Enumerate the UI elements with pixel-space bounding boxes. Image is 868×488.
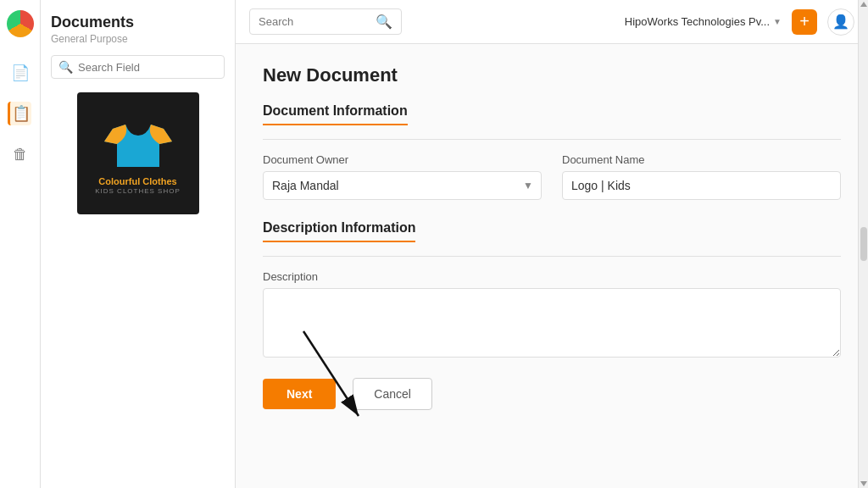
sidebar-search-icon: 🔍: [58, 60, 73, 74]
main-area: 🔍 HipoWorks Technologies Pv... ▼ + 👤 New…: [236, 0, 868, 488]
doc-info-row: Document Owner Raja Mandal ▼ Document Na…: [263, 153, 841, 200]
doc-info-section: Document Information Document Owner Raja…: [263, 103, 841, 200]
desc-info-section-title: Description Information: [263, 220, 415, 242]
thumbnail-subtitle: KIDS CLOTHES SHOP: [95, 187, 181, 195]
doc-owner-label: Document Owner: [263, 153, 542, 166]
icon-rail: 📄 📋 🗑: [0, 0, 41, 488]
scrollbar[interactable]: [858, 0, 868, 488]
doc-owner-select[interactable]: Raja Mandal: [263, 171, 542, 200]
nav-trash[interactable]: 🗑: [8, 142, 32, 166]
add-button[interactable]: +: [792, 9, 817, 35]
thumbnail-title: Colourful Clothes: [98, 176, 176, 187]
sidebar-subtitle: General Purpose: [51, 33, 225, 45]
desc-info-section: Description Information Description: [263, 220, 841, 358]
desc-label: Description: [263, 270, 841, 283]
doc-name-label: Document Name: [562, 153, 841, 166]
tshirt-illustration: [96, 112, 181, 171]
user-button[interactable]: 👤: [827, 8, 854, 36]
cancel-button[interactable]: Cancel: [353, 378, 432, 410]
topbar-search-icon: 🔍: [376, 14, 392, 30]
doc-info-section-title: Document Information: [263, 103, 408, 125]
next-button[interactable]: Next: [263, 379, 336, 409]
company-name: HipoWorks Technologies Pv... ▼: [625, 15, 782, 28]
topbar-search-bar[interactable]: 🔍: [249, 8, 402, 35]
sidebar: Documents General Purpose 🔍 Colourful Cl…: [41, 0, 236, 488]
nav-document[interactable]: 📄: [8, 61, 32, 85]
sidebar-search-input[interactable]: [78, 61, 217, 74]
doc-owner-select-wrapper: Raja Mandal ▼: [263, 171, 542, 200]
action-buttons: Next Cancel: [263, 378, 841, 410]
document-thumbnail: Colourful Clothes KIDS CLOTHES SHOP: [77, 92, 199, 214]
sidebar-search-bar[interactable]: 🔍: [51, 55, 225, 79]
form-area: New Document Document Information Docume…: [236, 44, 868, 488]
page-title: New Document: [263, 64, 841, 86]
company-chevron-icon: ▼: [773, 17, 782, 26]
scroll-thumb[interactable]: [860, 227, 867, 261]
doc-owner-group: Document Owner Raja Mandal ▼: [263, 153, 542, 200]
topbar-search-input[interactable]: [259, 15, 370, 28]
sidebar-title: Documents: [51, 14, 225, 31]
scroll-down-arrow[interactable]: [860, 481, 867, 486]
scroll-up-arrow[interactable]: [860, 2, 867, 7]
doc-name-group: Document Name: [562, 153, 841, 200]
doc-name-input[interactable]: [562, 171, 841, 200]
app-logo: [7, 10, 34, 37]
topbar: 🔍 HipoWorks Technologies Pv... ▼ + 👤: [236, 0, 868, 44]
user-icon: 👤: [832, 14, 849, 30]
desc-group: Description: [263, 270, 841, 358]
nav-document-text[interactable]: 📋: [8, 102, 31, 125]
desc-textarea[interactable]: [263, 288, 841, 358]
